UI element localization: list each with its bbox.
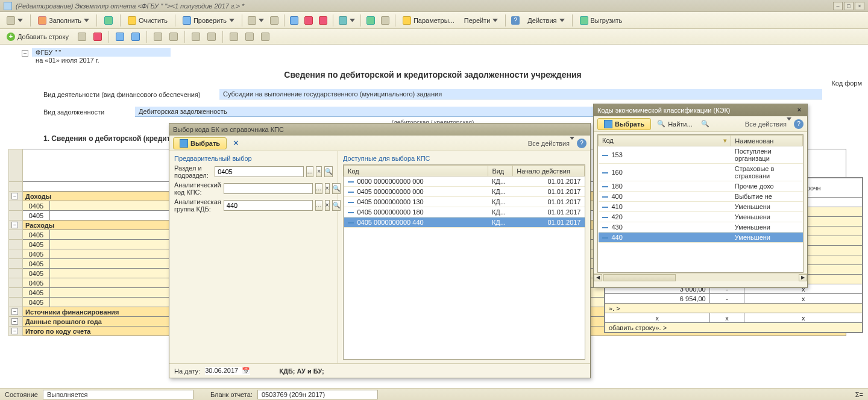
kps-section-lookup[interactable]: … [306, 166, 313, 177]
tree-expand-button[interactable] [268, 14, 281, 27]
kps-dialog: Выбор кода БК из справочника КПС Выбрать… [169, 123, 591, 378]
sort-asc-button[interactable] [151, 30, 165, 43]
kps-section-label: Раздел и подраздел: [174, 164, 212, 179]
kek-dialog-title[interactable]: Коды экономической классификации (КЭК) × [594, 104, 807, 116]
app-icon [4, 2, 12, 10]
kps-dialog-title[interactable]: Выбор кода БК из справочника КПС [169, 123, 590, 136]
kps-help-icon[interactable]: ? [577, 139, 587, 148]
kek-help-icon[interactable]: ? [794, 119, 804, 129]
kps-date-input[interactable]: 30.06.2017 📅 [205, 367, 250, 375]
kek-select-button[interactable]: Выбрать [597, 118, 651, 130]
add2-button[interactable] [379, 14, 392, 27]
move-up-button[interactable] [113, 30, 127, 43]
kps-available-pane: Доступные для выбора КПС КодВидНачало де… [338, 151, 590, 363]
report-date: на «01» июля 2017 г. [32, 56, 103, 64]
kek-find-clear-button[interactable]: 🔍 [699, 117, 712, 131]
window-titlebar: (Редактирование) Экземпляр отчета <ФГБУ … [0, 0, 868, 12]
header-toggle[interactable]: – [22, 50, 28, 57]
kek-hscroll[interactable]: ◀▶ [594, 273, 807, 281]
arrows-red-left-button[interactable] [302, 14, 315, 27]
blank-field[interactable]: 0503769 (209н 2017) [257, 390, 378, 399]
kek-all-actions[interactable]: Все действия [745, 120, 791, 128]
blank-label: Бланк отчета: [210, 391, 253, 398]
plus-icon: + [7, 33, 15, 41]
state-field[interactable]: Выполняется [43, 390, 193, 399]
kek-grid[interactable]: Код ▾Наименован153Поступлени организаци1… [597, 134, 804, 273]
fill-button[interactable]: Заполнить [34, 14, 93, 27]
activity-label: Вид деятельности (вид финансового обеспе… [43, 91, 212, 98]
kek-dialog: Коды экономической классификации (КЭК) ×… [593, 104, 808, 288]
actions-button[interactable]: Действия [523, 14, 568, 27]
arrows-blue-button[interactable] [288, 14, 301, 27]
kps-close-icon[interactable]: ✕ [230, 137, 242, 150]
window-title: (Редактирование) Экземпляр отчета <ФГБУ … [16, 2, 244, 10]
select-icon [604, 120, 612, 128]
kps-kdbgroup-label: Аналитическая группа КДБ: [174, 198, 221, 213]
kps-section-clear[interactable]: × [316, 166, 322, 177]
grid-button[interactable] [336, 14, 357, 27]
add-green-button[interactable] [364, 14, 377, 27]
activity-value[interactable]: Субсидии на выполнение государственного … [219, 89, 822, 99]
kps-dialog-toolbar: Выбрать ✕ Все действия ? [169, 136, 590, 151]
add-row-button[interactable]: +Добавить строку [2, 30, 73, 43]
clear-button[interactable]: Очистить [124, 14, 172, 27]
kps-date-label: На дату: [174, 367, 200, 375]
statusbar: Состояние Выполняется Бланк отчета: 0503… [0, 388, 868, 400]
state-label: Состояние [5, 391, 38, 398]
kps-dialog-footer: На дату: 30.06.2017 📅 КДБ; АУ и БУ; [169, 363, 590, 378]
kps-prefilter-pane: Предварительный выбор Раздел и подраздел… [169, 151, 338, 363]
misc1-button[interactable] [227, 30, 241, 43]
export-button[interactable]: Выгрузить [576, 14, 627, 27]
kek-close-button[interactable]: × [795, 106, 804, 114]
help1-button[interactable]: ? [509, 14, 522, 27]
kps-kdbgroup-clear[interactable]: × [325, 200, 330, 211]
kps-section-search[interactable]: 🔍 [324, 166, 333, 177]
doc-title: Сведения по дебиторской и кредиторской з… [22, 64, 844, 88]
copy-row-button[interactable] [75, 30, 89, 43]
filter1-button[interactable] [189, 30, 203, 43]
filter2-button[interactable] [205, 30, 218, 43]
debttype-value[interactable]: Дебиторская задолженность [135, 107, 605, 117]
maximize-button[interactable]: □ [844, 2, 854, 10]
sort-desc-button[interactable] [167, 30, 180, 43]
kps-all-actions[interactable]: Все действия [528, 140, 574, 147]
org-name: ФГБУ " " [32, 48, 171, 57]
form-code-label: Код форм [831, 80, 862, 87]
move-down-button[interactable] [129, 30, 142, 43]
misc2-button[interactable] [243, 30, 256, 43]
kps-analytcode-input[interactable] [224, 183, 313, 194]
kps-analytcode-lookup[interactable]: … [315, 183, 322, 194]
main-toolbar: Заполнить Очистить Проверить Параметры..… [0, 12, 868, 29]
row-toolbar: +Добавить строку [0, 29, 868, 45]
close-button[interactable]: × [855, 2, 864, 10]
delete-row-button[interactable] [91, 30, 104, 43]
sigma-label: Σ= [855, 391, 863, 398]
kps-prefilter-title: Предварительный выбор [174, 155, 333, 162]
kps-select-button[interactable]: Выбрать [173, 137, 227, 149]
arrows-red-right-button[interactable] [316, 14, 330, 27]
check-button[interactable]: Проверить [178, 14, 239, 27]
kps-grid[interactable]: КодВидНачало действия0000 0000000000 000… [343, 164, 585, 360]
goto-button[interactable]: Перейти [460, 14, 503, 27]
select-icon [180, 139, 188, 148]
tree-collapse-button[interactable] [245, 14, 266, 27]
kps-kdb-note: КДБ; АУ и БУ; [279, 367, 324, 375]
debttype-label: Вид задолженности [43, 108, 128, 116]
flag-button[interactable] [100, 14, 117, 27]
kek-find-button[interactable]: 🔍 Найти... [655, 117, 695, 131]
kek-dialog-toolbar: Выбрать 🔍 Найти... 🔍 Все действия ? [594, 116, 807, 132]
sigma-button[interactable] [2, 14, 27, 27]
params-button[interactable]: Параметры... [398, 14, 459, 27]
kps-analytcode-clear[interactable]: × [325, 183, 330, 194]
kps-analytcode-label: Аналитический код КПС: [174, 181, 221, 196]
minimize-button[interactable]: – [833, 2, 843, 10]
kps-kdbgroup-input[interactable] [224, 200, 313, 211]
kps-available-title: Доступные для выбора КПС [343, 155, 585, 162]
kps-kdbgroup-lookup[interactable]: … [315, 200, 322, 211]
misc3-button[interactable] [259, 30, 272, 43]
kps-section-input[interactable] [215, 166, 304, 177]
